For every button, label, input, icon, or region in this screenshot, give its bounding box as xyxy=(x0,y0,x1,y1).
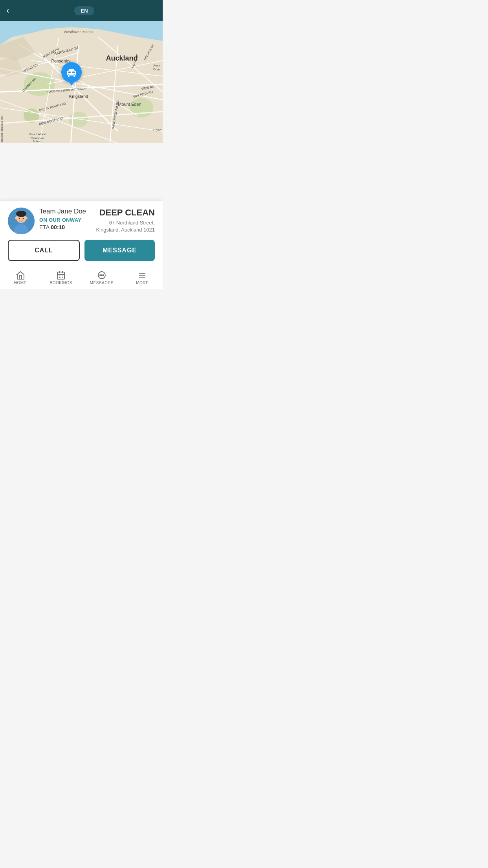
svg-point-73 xyxy=(103,275,104,276)
header: ‹ EN xyxy=(0,0,163,21)
service-type: DEEP CLEAN xyxy=(96,208,155,218)
more-icon xyxy=(138,270,147,280)
svg-point-56 xyxy=(15,217,17,219)
svg-point-72 xyxy=(101,275,102,276)
language-badge[interactable]: EN xyxy=(74,6,94,15)
svg-point-71 xyxy=(100,275,101,276)
svg-point-48 xyxy=(68,75,70,77)
svg-point-57 xyxy=(25,217,28,219)
svg-text:Mount Albert: Mount Albert xyxy=(29,132,47,136)
svg-rect-50 xyxy=(68,72,71,73)
car-location-marker xyxy=(61,62,82,83)
svg-text:tec Institute Technology: tec Institute Technology xyxy=(0,116,4,143)
nav-messages-label: MESSAGES xyxy=(90,281,114,285)
service-address: 67 Northland Street, Kingsland, Auckland… xyxy=(96,219,155,234)
bookings-icon xyxy=(56,270,66,280)
svg-text:Mount Eden: Mount Eden xyxy=(118,102,141,107)
address-line1: 67 Northland Street, xyxy=(109,220,155,226)
messages-icon xyxy=(97,270,106,280)
action-buttons: CALL MESSAGE xyxy=(8,240,155,261)
bottom-nav: HOME BOOKINGS MESSAGES xyxy=(0,266,163,289)
nav-home[interactable]: HOME xyxy=(0,270,41,285)
service-info: DEEP CLEAN 67 Northland Street, Kingslan… xyxy=(96,208,155,234)
eta-value: 00:10 xyxy=(51,224,65,230)
avatar xyxy=(8,208,35,234)
svg-point-58 xyxy=(19,218,20,219)
svg-text:Auck: Auck xyxy=(153,64,161,67)
svg-point-54 xyxy=(16,211,26,217)
nav-bookings-label: BOOKINGS xyxy=(50,281,72,285)
svg-text:Auckland: Auckland xyxy=(106,54,138,62)
status-badge: ON OUR ONWAY xyxy=(39,217,92,223)
eta-label: ETA xyxy=(39,224,49,230)
nav-more[interactable]: MORE xyxy=(122,270,163,285)
svg-text:School: School xyxy=(33,140,42,143)
nav-more-label: MORE xyxy=(136,281,149,285)
call-button[interactable]: CALL xyxy=(8,240,80,261)
svg-point-59 xyxy=(23,218,24,219)
home-icon xyxy=(16,270,25,280)
address-line2: Kingsland, Auckland 1021 xyxy=(96,227,155,233)
nav-bookings[interactable]: BOOKINGS xyxy=(41,270,82,285)
back-button[interactable]: ‹ xyxy=(6,6,12,16)
svg-point-3 xyxy=(130,98,153,118)
svg-text:Kingsland: Kingsland xyxy=(69,94,88,99)
bottom-panel: Team Jane Doe ON OUR ONWAY ETA 00:10 DEE… xyxy=(0,201,163,266)
svg-marker-47 xyxy=(68,69,75,71)
svg-text:Epso...: Epso... xyxy=(153,128,163,132)
nav-home-label: HOME xyxy=(14,281,27,285)
map-area: Westhaven Marina SARSFIELD ST JERVOIS RD… xyxy=(0,21,163,143)
svg-text:Westhaven Marina: Westhaven Marina xyxy=(64,30,94,34)
team-name: Team Jane Doe xyxy=(39,208,92,215)
map-svg: Westhaven Marina SARSFIELD ST JERVOIS RD… xyxy=(0,21,163,143)
nav-messages[interactable]: MESSAGES xyxy=(81,270,122,285)
svg-text:Dom...: Dom... xyxy=(153,68,163,71)
message-button[interactable]: MESSAGE xyxy=(84,240,155,261)
eta-display: ETA 00:10 xyxy=(39,224,92,230)
svg-rect-51 xyxy=(72,72,75,73)
svg-point-49 xyxy=(73,75,75,77)
team-row: Team Jane Doe ON OUR ONWAY ETA 00:10 DEE… xyxy=(8,208,155,234)
